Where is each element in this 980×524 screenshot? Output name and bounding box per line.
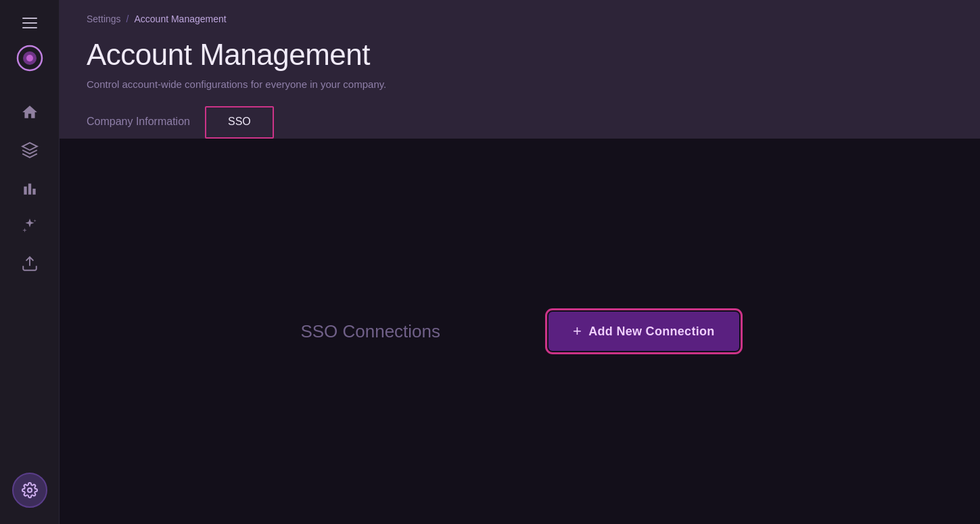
app-logo <box>15 43 45 73</box>
tab-company-information[interactable]: Company Information <box>87 109 209 139</box>
breadcrumb-current: Account Management <box>134 14 226 24</box>
plus-icon: + <box>573 324 582 339</box>
sidebar-nav <box>12 89 47 473</box>
tab-sso-label: SSO <box>228 116 251 127</box>
svg-rect-4 <box>28 184 30 195</box>
sso-content-area: SSO Connections + Add New Connection <box>60 139 980 524</box>
sidebar-item-cube[interactable] <box>12 133 47 168</box>
tabs: Company Information SSO <box>87 109 953 139</box>
sidebar-item-home[interactable] <box>12 95 47 130</box>
sidebar <box>0 0 60 524</box>
settings-button[interactable] <box>12 473 47 508</box>
sidebar-item-upload[interactable] <box>12 246 47 281</box>
page-title: Account Management <box>87 38 953 72</box>
gear-icon <box>22 482 38 498</box>
svg-point-2 <box>26 55 33 62</box>
svg-rect-5 <box>32 189 35 195</box>
sidebar-item-analytics[interactable] <box>12 170 47 206</box>
breadcrumb-settings[interactable]: Settings <box>87 14 121 24</box>
tab-sso[interactable]: SSO <box>209 109 270 139</box>
sso-connections-section: SSO Connections + Add New Connection <box>300 312 739 351</box>
svg-rect-3 <box>24 187 26 195</box>
breadcrumb-separator: / <box>126 14 129 24</box>
sso-connections-title: SSO Connections <box>300 321 440 342</box>
svg-point-7 <box>28 488 32 492</box>
page-subtitle: Control account-wide configurations for … <box>87 78 953 90</box>
sidebar-item-sparkle[interactable] <box>12 208 47 243</box>
menu-toggle[interactable] <box>15 8 45 38</box>
main-content: Settings / Account Management Account Ma… <box>60 0 980 524</box>
breadcrumb: Settings / Account Management <box>87 14 953 24</box>
add-new-connection-label: Add New Connection <box>588 325 714 339</box>
add-new-connection-button[interactable]: + Add New Connection <box>549 312 739 351</box>
header-area: Settings / Account Management Account Ma… <box>60 0 980 139</box>
